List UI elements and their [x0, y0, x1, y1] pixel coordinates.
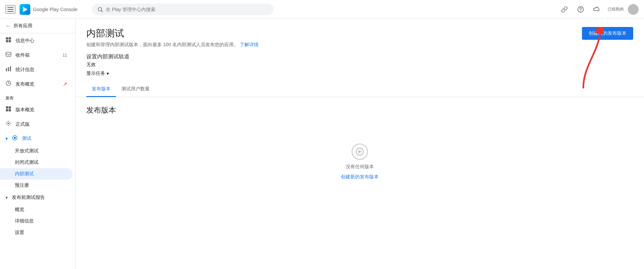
user-avatar[interactable]	[628, 4, 639, 15]
pre-launch-arrow-icon: ▾	[5, 195, 8, 200]
svg-point-5	[580, 10, 581, 11]
all-apps-label: 所有应用	[13, 23, 32, 29]
sidebar-item-version-overview[interactable]: 版本概览	[0, 102, 72, 117]
logo-text: Google Play Console	[33, 7, 78, 12]
pre-launch-overview-label: 概览	[15, 207, 24, 213]
cloud-icon-button[interactable]	[590, 3, 604, 16]
show-tasks-label: 显示任务	[86, 70, 105, 77]
track-setup-section: 设置内部测试轨道 无效 显示任务 ▾	[76, 48, 644, 77]
releases-section: 发布版本 没有任何版本 创建新的发布版本	[76, 97, 644, 208]
inbox-label: 收件箱	[16, 52, 30, 58]
version-overview-label: 版本概览	[16, 107, 34, 113]
closed-test-label: 封闭式测试	[15, 159, 38, 166]
main-content: 内部测试 创建和管理内部测试版本，面向最多 100 名内部测试人员发布您的应用。…	[76, 19, 644, 269]
release-overview-badge: ↗	[63, 81, 67, 87]
track-setup-title: 设置内部测试轨道	[86, 53, 633, 60]
pre-register-label: 预注册	[15, 182, 29, 188]
cloud-icon	[593, 6, 601, 13]
main-header-area: 内部测试 创建和管理内部测试版本，面向最多 100 名内部测试人员发布您的应用。…	[76, 19, 644, 48]
tab-releases[interactable]: 发布版本	[86, 82, 116, 97]
user-label: 已组熟肉	[606, 6, 625, 12]
svg-rect-13	[8, 67, 9, 71]
link-icon-button[interactable]	[558, 3, 571, 16]
release-label: 正式版	[16, 121, 30, 127]
sidebar-item-dashboard[interactable]: 信息中心	[0, 33, 72, 48]
create-release-button[interactable]: 创建新的发布版本	[582, 27, 633, 40]
sidebar-item-inbox[interactable]: 收件箱 11	[0, 48, 72, 62]
sidebar-item-pre-launch-overview[interactable]: 概览	[0, 204, 72, 215]
publish-section-label: 发布	[0, 91, 75, 102]
hamburger-menu[interactable]	[5, 5, 16, 14]
header-left: Google Play Console	[5, 4, 86, 15]
svg-marker-24	[359, 150, 362, 153]
page-heading: 内部测试 创建和管理内部测试版本，面向最多 100 名内部测试人员发布您的应用。…	[86, 27, 259, 48]
help-icon-button[interactable]	[574, 3, 587, 16]
search-icon	[97, 6, 103, 12]
svg-rect-14	[10, 66, 11, 71]
svg-rect-10	[9, 40, 11, 42]
back-arrow-icon: ←	[5, 23, 11, 29]
sidebar: ← 所有应用 信息中心 收件箱 11	[0, 19, 76, 269]
internal-test-label: 内部测试	[15, 171, 34, 177]
svg-rect-19	[9, 109, 11, 112]
dashboard-label: 信息中心	[16, 38, 34, 44]
page-subtitle: 创建和管理内部测试版本，面向最多 100 名内部测试人员发布您的应用。 了解详情	[86, 42, 259, 48]
logo[interactable]: Google Play Console	[20, 4, 78, 15]
svg-point-22	[14, 137, 16, 139]
svg-line-3	[101, 10, 103, 12]
learn-more-link[interactable]: 了解详情	[240, 42, 259, 47]
version-overview-icon	[5, 106, 11, 114]
empty-state-icon	[352, 144, 368, 160]
testing-icon	[12, 135, 18, 142]
release-overview-label: 发布概览	[16, 81, 34, 87]
sidebar-item-closed-test[interactable]: 封闭式测试	[0, 157, 72, 168]
tab-testers[interactable]: 测试用户数量	[116, 82, 155, 97]
help-icon	[577, 6, 584, 13]
svg-rect-7	[6, 37, 8, 40]
inbox-icon	[5, 51, 11, 59]
sidebar-item-pre-register[interactable]: 预注册	[0, 180, 72, 191]
sidebar-item-internal-test[interactable]: 内部测试	[0, 168, 72, 180]
empty-state-text: 没有任何版本	[346, 164, 374, 170]
sidebar-item-open-test[interactable]: 开放式测试	[0, 145, 72, 157]
sidebar-item-testing[interactable]: ▾ 测试	[0, 131, 72, 145]
sidebar-item-pre-launch[interactable]: ▾ 发布前测试报告	[0, 191, 72, 204]
body-wrap: ← 所有应用 信息中心 收件箱 11	[0, 19, 644, 269]
svg-rect-9	[6, 40, 8, 42]
pre-launch-settings-label: 设置	[15, 230, 24, 236]
sidebar-item-release-overview[interactable]: 发布概览 ↗	[0, 77, 72, 91]
sidebar-item-release[interactable]: 正式版	[0, 117, 72, 131]
track-status-value: 无效	[86, 62, 633, 68]
svg-rect-11	[6, 52, 11, 56]
svg-rect-18	[6, 109, 8, 112]
inbox-badge: 11	[63, 53, 67, 58]
releases-section-title: 发布版本	[86, 105, 633, 115]
search-input[interactable]	[106, 7, 268, 12]
svg-point-20	[8, 123, 9, 124]
show-tasks-toggle[interactable]: 显示任务 ▾	[86, 70, 633, 77]
sidebar-item-stats[interactable]: 统计信息	[0, 62, 72, 77]
svg-rect-12	[6, 68, 7, 71]
all-apps-link[interactable]: ← 所有应用	[0, 19, 75, 33]
logo-icon	[20, 4, 30, 15]
collapse-arrow-icon: ▾	[5, 136, 8, 141]
link-icon	[561, 6, 568, 13]
pre-launch-details-label: 详细信息	[15, 218, 34, 224]
release-overview-icon	[5, 80, 11, 88]
dashboard-icon	[5, 37, 11, 44]
pre-launch-label: 发布前测试报告	[12, 195, 45, 201]
empty-state-create-link[interactable]: 创建新的发布版本	[341, 174, 379, 180]
sidebar-item-pre-launch-settings[interactable]: 设置	[0, 227, 72, 238]
svg-rect-8	[9, 37, 11, 40]
testing-label: 测试	[22, 136, 31, 142]
stats-label: 统计信息	[16, 67, 34, 73]
show-tasks-chevron-icon: ▾	[107, 71, 109, 76]
top-header: Google Play Console 已组	[0, 0, 644, 19]
search-bar[interactable]	[92, 4, 274, 15]
sidebar-item-pre-launch-details[interactable]: 详细信息	[0, 215, 72, 227]
open-test-label: 开放式测试	[15, 148, 38, 154]
page-title: 内部测试	[86, 27, 259, 40]
header-right: 已组熟肉	[558, 3, 639, 16]
svg-rect-17	[9, 107, 11, 109]
release-icon	[5, 120, 11, 128]
